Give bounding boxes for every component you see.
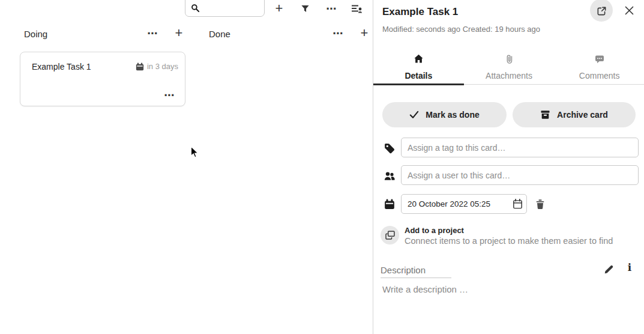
tab-comments-label: Comments	[579, 71, 620, 80]
more-icon: ⋯	[148, 28, 158, 38]
open-calendar-button[interactable]	[508, 195, 526, 213]
tag-icon	[384, 143, 395, 154]
task-card[interactable]: Example Task 1 in 3 days ⋯	[20, 52, 185, 106]
paperclip-icon	[505, 53, 513, 64]
board-menu-button[interactable]: ⋯	[324, 1, 339, 16]
tab-details[interactable]: Details	[373, 49, 464, 84]
plus-icon: +	[275, 2, 283, 15]
column-doing-add-card-button[interactable]: +	[172, 26, 186, 40]
archive-card-label: Archive card	[557, 110, 608, 120]
description-info-button[interactable]: i	[624, 260, 635, 275]
add-to-project-button[interactable]	[381, 226, 399, 244]
card-detail-panel: Example Task 1 Modified: seconds ago Cre…	[373, 0, 644, 334]
assignee-view-button[interactable]	[350, 1, 364, 16]
list-person-icon	[352, 4, 363, 13]
description-underline	[381, 278, 451, 278]
search-icon	[191, 4, 200, 13]
mark-as-done-button[interactable]: Mark as done	[382, 102, 507, 127]
assign-user-input[interactable]	[401, 165, 639, 185]
search-input-wrapper	[185, 0, 265, 17]
due-date-field[interactable]: 20 October 2022 05:25	[401, 194, 527, 214]
detail-modified-created: Modified: seconds ago Created: 19 hours …	[382, 25, 540, 34]
more-icon: ⋯	[164, 90, 175, 100]
home-icon	[414, 53, 424, 64]
add-to-project-title: Add to a project	[405, 226, 464, 235]
task-card-title: Example Task 1	[32, 62, 91, 71]
calendar-outline-icon	[513, 199, 523, 209]
edit-description-button[interactable]	[601, 262, 616, 276]
external-link-icon	[597, 6, 607, 16]
open-in-window-button[interactable]	[590, 0, 613, 22]
task-card-menu-button[interactable]: ⋯	[162, 89, 176, 101]
info-icon: i	[628, 261, 631, 273]
due-in-label: in 3 days	[147, 62, 178, 71]
detail-title: Example Task 1	[382, 6, 458, 18]
remove-due-date-button[interactable]	[533, 197, 547, 211]
task-card-due: in 3 days	[136, 62, 178, 71]
archive-icon	[540, 110, 550, 120]
tab-attachments[interactable]: Attachments	[464, 49, 555, 84]
archive-card-button[interactable]: Archive card	[513, 102, 636, 127]
close-panel-button[interactable]	[622, 4, 636, 17]
column-doing-menu-button[interactable]: ⋯	[145, 26, 160, 40]
more-icon: ⋯	[333, 28, 343, 38]
filter-funnel-icon	[301, 4, 310, 13]
tab-details-label: Details	[405, 71, 432, 80]
filter-button[interactable]	[298, 1, 312, 16]
more-icon: ⋯	[327, 4, 337, 14]
trash-icon	[535, 199, 545, 210]
calendar-icon	[136, 62, 144, 71]
close-icon	[625, 6, 634, 15]
board-add-button[interactable]: +	[272, 1, 286, 16]
column-title-doing: Doing	[24, 29, 47, 39]
pencil-icon	[604, 264, 614, 275]
search-input[interactable]	[203, 1, 261, 15]
column-done-menu-button[interactable]: ⋯	[331, 26, 345, 40]
tab-comments[interactable]: Comments	[554, 49, 644, 84]
due-date-value: 20 October 2022 05:25	[408, 199, 508, 208]
plus-icon: +	[175, 26, 183, 40]
detail-tabs: Details Attachments	[373, 49, 644, 85]
board-area: + ⋯ Doing ⋯ + Done	[0, 0, 373, 334]
comment-bubble-icon	[595, 53, 604, 64]
description-placeholder-text[interactable]: Write a description …	[382, 284, 468, 294]
users-icon	[384, 171, 395, 181]
plus-icon: +	[361, 26, 369, 40]
assign-tag-input[interactable]	[401, 138, 639, 157]
add-to-project-subtitle: Connect items to a project to make them …	[405, 236, 613, 246]
calendar-icon	[384, 199, 395, 210]
description-label: Description	[381, 265, 426, 275]
column-title-done: Done	[209, 29, 230, 39]
tab-attachments-label: Attachments	[486, 71, 532, 80]
check-icon	[409, 111, 419, 119]
column-done-add-card-button[interactable]: +	[357, 26, 372, 40]
mark-as-done-label: Mark as done	[426, 110, 479, 120]
kanban-app-window: + ⋯ Doing ⋯ + Done	[0, 0, 644, 334]
mouse-cursor	[190, 146, 199, 159]
project-windows-icon	[385, 231, 395, 240]
